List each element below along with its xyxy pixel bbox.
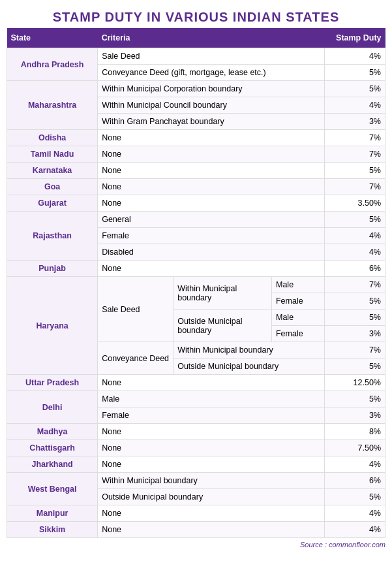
state-odisha: Odisha [7,130,98,146]
duty-cell: 5% [325,310,385,326]
duty-cell: 4% [325,97,385,114]
source-text: Source : commonfloor.com [7,541,385,549]
duty-cell: 8% [325,424,385,440]
state-tamilnadu: Tamil Nadu [7,146,98,163]
criteria-sub1: Outside Municipal boundary [173,359,325,375]
table-row: Maharashtra Within Municipal Corporation… [7,81,385,97]
table-row: West Bengal Within Municipal boundary 6% [7,473,385,489]
criteria-cell: Conveyance Deed (gift, mortgage, lease e… [98,65,325,81]
criteria-sub1: Within Municipal boundary [173,277,272,310]
duty-cell: 3% [325,326,385,342]
criteria-cell: None [98,261,325,277]
criteria-cell: Within Municipal Corporation boundary [98,81,325,97]
header-duty: Stamp Duty [325,28,385,48]
stamp-duty-table: State Criteria Stamp Duty Andhra Pradesh… [7,28,385,538]
duty-cell: 4% [325,48,385,65]
duty-cell: 7.50% [325,440,385,456]
duty-cell: 7% [325,130,385,146]
duty-cell: 7% [325,179,385,195]
criteria-cell: Outside Municipal boundary [98,489,325,505]
criteria-cell: None [98,440,325,456]
table-row: Chattisgarh None 7.50% [7,440,385,456]
criteria-cell: Sale Deed [98,48,325,65]
header-criteria: Criteria [98,28,325,48]
criteria-cell: None [98,456,325,473]
duty-cell: 5% [325,489,385,505]
duty-cell: 7% [325,146,385,163]
criteria-sub1: Outside Municipal boundary [173,310,272,342]
criteria-cell: Conveyance Deed [98,342,173,375]
state-goa: Goa [7,179,98,195]
criteria-cell: None [98,505,325,522]
table-row: Delhi Male 5% [7,391,385,407]
criteria-sub2: Male [271,277,324,293]
criteria-cell: None [98,424,325,440]
criteria-cell: Within Municipal Council boundary [98,97,325,114]
duty-cell: 3.50% [325,195,385,212]
criteria-cell: Female [98,228,325,244]
table-row: Andhra Pradesh Sale Deed 4% [7,48,385,65]
duty-cell: 5% [325,359,385,375]
criteria-cell: Sale Deed [98,277,173,342]
criteria-cell: Within Municipal boundary [98,473,325,489]
duty-cell: 7% [325,342,385,359]
duty-cell: 5% [325,81,385,97]
duty-cell: 4% [325,505,385,522]
criteria-cell: None [98,522,325,538]
criteria-cell: None [98,375,325,391]
header-state: State [7,28,98,48]
criteria-cell: Male [98,391,325,407]
state-karnataka: Karnataka [7,163,98,179]
criteria-cell: None [98,179,325,195]
criteria-cell: None [98,146,325,163]
state-chattisgarh: Chattisgarh [7,440,98,456]
duty-cell: 4% [325,228,385,244]
duty-cell: 6% [325,473,385,489]
duty-cell: 6% [325,261,385,277]
table-row: Sikkim None 4% [7,522,385,538]
duty-cell: 12.50% [325,375,385,391]
duty-cell: 4% [325,244,385,261]
criteria-cell: Disabled [98,244,325,261]
table-row: Punjab None 6% [7,261,385,277]
criteria-sub2: Male [271,310,324,326]
criteria-cell: None [98,195,325,212]
state-madhya: Madhya [7,424,98,440]
duty-cell: 3% [325,407,385,424]
state-manipur: Manipur [7,505,98,522]
table-row: Goa None 7% [7,179,385,195]
table-row: Uttar Pradesh None 12.50% [7,375,385,391]
table-row: Rajasthan General 5% [7,212,385,228]
state-rajasthan: Rajasthan [7,212,98,261]
state-delhi: Delhi [7,391,98,424]
table-row: Gujarat None 3.50% [7,195,385,212]
table-row: Karnataka None 5% [7,163,385,179]
table-row: Tamil Nadu None 7% [7,146,385,163]
table-row: Haryana Sale Deed Within Municipal bound… [7,277,385,293]
duty-cell: 5% [325,391,385,407]
state-sikkim: Sikkim [7,522,98,538]
state-jharkhand: Jharkhand [7,456,98,473]
duty-cell: 4% [325,522,385,538]
criteria-cell: Female [98,407,325,424]
duty-cell: 3% [325,114,385,130]
page-title: STAMP DUTY IN VARIOUS INDIAN STATES [7,7,385,28]
criteria-cell: Within Gram Panchayat boundary [98,114,325,130]
duty-cell: 5% [325,163,385,179]
criteria-sub2: Female [271,293,324,310]
state-westbengal: West Bengal [7,473,98,505]
duty-cell: 4% [325,456,385,473]
criteria-cell: General [98,212,325,228]
state-gujarat: Gujarat [7,195,98,212]
state-maharashtra: Maharashtra [7,81,98,130]
duty-cell: 5% [325,65,385,81]
criteria-cell: None [98,163,325,179]
state-punjab: Punjab [7,261,98,277]
table-row: Jharkhand None 4% [7,456,385,473]
table-row: Madhya None 8% [7,424,385,440]
criteria-sub2: Female [271,326,324,342]
duty-cell: 5% [325,293,385,310]
state-up: Uttar Pradesh [7,375,98,391]
duty-cell: 5% [325,212,385,228]
table-row: Odisha None 7% [7,130,385,146]
